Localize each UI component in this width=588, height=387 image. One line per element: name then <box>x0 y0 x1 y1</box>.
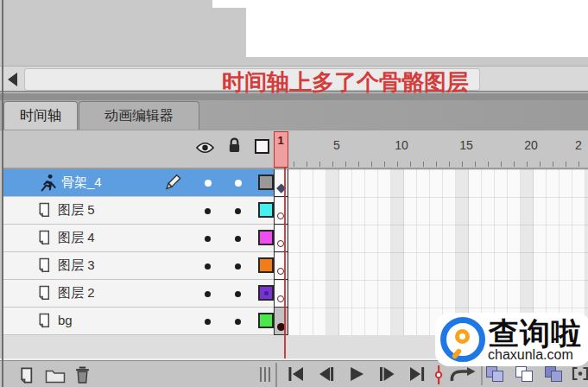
go-to-first-frame-button[interactable] <box>288 367 305 381</box>
frame1-column[interactable] <box>274 169 288 335</box>
ruler-label-25-partial[interactable]: 2 <box>575 138 588 152</box>
ruler-label-15[interactable]: 15 <box>453 138 479 152</box>
watermark-logo-icon <box>440 317 485 362</box>
new-layer-button[interactable] <box>17 366 35 385</box>
ruler-ticks[interactable] <box>275 162 588 167</box>
layer-name: 图层 3 <box>58 257 95 274</box>
watermark-url: chaxunla.com <box>488 347 573 363</box>
layer-row-armature-4[interactable]: 骨架_4 <box>3 169 275 197</box>
layer-visible-dot[interactable] <box>205 319 211 325</box>
outline-all-layers-icon[interactable] <box>255 139 269 154</box>
layer-visible-dot[interactable] <box>205 263 211 270</box>
playhead-frame-indicator[interactable]: 1 <box>274 131 288 168</box>
layer-color-swatch[interactable] <box>258 174 274 190</box>
layer-row-bg[interactable]: bg <box>3 308 275 335</box>
layer-name: 图层 4 <box>58 230 95 246</box>
layer-lock-dot[interactable] <box>235 291 241 297</box>
play-button[interactable] <box>348 367 365 381</box>
layer-row-3[interactable]: 图层 3 <box>3 252 275 280</box>
layer-name: 图层 5 <box>58 202 95 219</box>
layer-name: bg <box>58 313 73 327</box>
layer-visible-dot[interactable] <box>205 236 211 242</box>
edit-multiple-frames-button[interactable] <box>545 366 566 383</box>
step-forward-button[interactable] <box>378 367 395 381</box>
layer-icon <box>35 202 52 219</box>
pencil-edit-icon <box>162 173 182 193</box>
layer-visible-dot[interactable] <box>205 291 211 297</box>
new-folder-button[interactable] <box>44 368 66 384</box>
ruler-label-10[interactable]: 10 <box>389 138 414 152</box>
layer-icon <box>35 230 52 246</box>
delete-layer-button[interactable] <box>74 365 91 385</box>
toolbar-divider <box>481 365 483 385</box>
layer-icon <box>35 285 52 301</box>
show-hide-all-layers-icon[interactable] <box>195 141 215 155</box>
layer-name: 骨架_4 <box>61 174 102 191</box>
layer-icon <box>35 313 52 329</box>
layer-name: 图层 2 <box>58 285 95 301</box>
go-to-last-frame-button[interactable] <box>408 367 426 381</box>
layer-lock-dot[interactable] <box>235 180 242 187</box>
swatch-inner-dot <box>264 291 269 295</box>
stage-white-area <box>246 0 588 57</box>
layer-icon <box>35 257 52 274</box>
layer-row-4[interactable]: 图层 4 <box>3 225 275 252</box>
toolbar-grip-handle[interactable] <box>260 367 270 382</box>
layer-lock-dot[interactable] <box>235 319 241 325</box>
watermark: 查询啦 chaxunla.com <box>435 313 588 366</box>
layer-color-swatch[interactable] <box>258 285 274 301</box>
layer-color-swatch[interactable] <box>258 313 274 328</box>
center-frame-button[interactable] <box>434 365 443 384</box>
layer-color-swatch[interactable] <box>258 257 274 273</box>
timeline-frames-grid[interactable] <box>275 169 588 335</box>
layer-lock-dot[interactable] <box>235 263 241 270</box>
layer-color-swatch[interactable] <box>258 230 274 245</box>
layer-lock-dot[interactable] <box>235 208 241 214</box>
toolbar-divider <box>275 363 277 387</box>
ruler-label-20[interactable]: 20 <box>518 138 544 152</box>
modify-markers-button[interactable] <box>572 366 588 381</box>
step-back-button[interactable] <box>318 367 335 381</box>
layer-color-swatch[interactable] <box>258 202 274 218</box>
layer-lock-dot[interactable] <box>235 236 241 242</box>
tab-timeline[interactable]: 时间轴 <box>3 101 78 130</box>
layer-row-5[interactable]: 图层 5 <box>3 197 275 225</box>
onion-skin-button[interactable] <box>486 366 507 383</box>
tab-motion-editor[interactable]: 动画编辑器 <box>79 101 199 130</box>
onion-skin-outlines-button[interactable] <box>515 366 536 383</box>
annotation-text: 时间轴上多了个骨骼图层 <box>205 67 485 98</box>
panel-left-border <box>2 0 3 387</box>
lock-all-layers-icon[interactable] <box>228 136 241 154</box>
flash-timeline-panel: 时间轴上多了个骨骼图层 时间轴 动画编辑器 5 10 15 20 2 骨架_4 <box>0 0 588 387</box>
layer-visible-dot[interactable] <box>205 180 212 187</box>
ruler-label-5[interactable]: 5 <box>324 138 350 152</box>
layer-visible-dot[interactable] <box>205 208 211 214</box>
layer-row-2[interactable]: 图层 2 <box>3 280 275 308</box>
scroll-left-arrow-icon[interactable] <box>8 73 17 86</box>
armature-layer-icon <box>39 174 57 192</box>
loop-button[interactable] <box>448 367 477 383</box>
